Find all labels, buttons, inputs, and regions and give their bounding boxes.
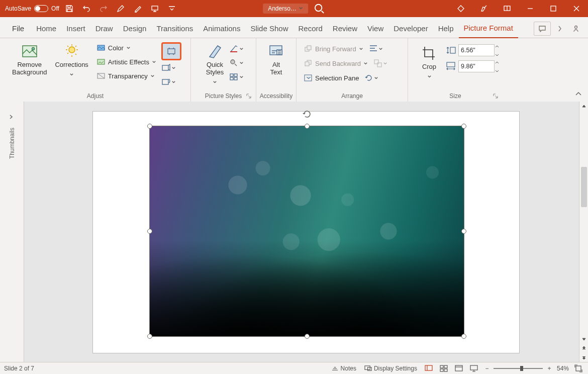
resize-handle-bl[interactable] xyxy=(147,334,152,339)
quick-styles-icon xyxy=(206,42,224,60)
spinner-arrows[interactable] xyxy=(495,45,501,57)
qat-highlighter-icon[interactable] xyxy=(131,2,145,16)
qat-present-icon[interactable] xyxy=(148,2,162,16)
normal-view-button[interactable] xyxy=(423,363,434,373)
quick-styles-button[interactable]: Quick Styles xyxy=(202,40,228,90)
slideshow-view-button[interactable] xyxy=(468,363,479,373)
zoom-value[interactable]: 54% xyxy=(557,365,569,372)
thumbnail-pane[interactable]: Thumbnails xyxy=(0,102,24,362)
group-button[interactable] xyxy=(373,57,388,70)
chevron-down-icon xyxy=(299,5,303,12)
tab-design[interactable]: Design xyxy=(118,20,152,38)
selection-pane-icon xyxy=(304,73,313,82)
tab-slide-show[interactable]: Slide Show xyxy=(245,20,293,38)
mic-icon[interactable] xyxy=(472,0,496,17)
search-button[interactable] xyxy=(313,3,325,15)
resize-handle-b[interactable] xyxy=(305,334,310,339)
selected-picture[interactable] xyxy=(149,126,464,337)
zoom-track[interactable] xyxy=(494,368,543,369)
vertical-scrollbar[interactable] xyxy=(579,102,588,362)
compress-pictures-button[interactable] xyxy=(161,42,181,60)
scroll-down-button[interactable] xyxy=(579,335,588,344)
tab-animations[interactable]: Animations xyxy=(198,20,245,38)
slide-indicator[interactable]: Slide 2 of 7 xyxy=(4,365,34,372)
remove-background-button[interactable]: Remove Background xyxy=(8,40,51,90)
share-button[interactable] xyxy=(569,22,583,36)
send-backward-button[interactable]: Send Backward xyxy=(301,57,371,70)
document-name[interactable]: Anderso… xyxy=(263,4,308,14)
qat-pen-icon[interactable] xyxy=(114,2,128,16)
shape-width-input[interactable]: 9.86" xyxy=(445,60,495,72)
align-button[interactable] xyxy=(368,42,383,55)
selection-pane-button[interactable]: Selection Pane xyxy=(301,71,362,84)
tab-help[interactable]: Help xyxy=(433,20,459,38)
undo-button[interactable] xyxy=(79,2,93,16)
autosave-toggle[interactable]: AutoSave Off xyxy=(5,5,59,12)
tab-view[interactable]: View xyxy=(362,20,388,38)
comments-button[interactable] xyxy=(534,22,551,36)
reset-picture-button[interactable] xyxy=(161,75,176,88)
slide[interactable] xyxy=(93,112,519,353)
slide-sorter-view-button[interactable] xyxy=(438,363,449,373)
minimize-button[interactable] xyxy=(519,0,542,17)
resize-handle-tr[interactable] xyxy=(461,124,466,129)
collab-nav-button[interactable] xyxy=(554,22,566,36)
notes-button[interactable]: Notes xyxy=(329,363,358,374)
tab-home[interactable]: Home xyxy=(31,20,61,38)
rotate-button[interactable] xyxy=(364,71,379,84)
redo-button[interactable] xyxy=(96,2,111,16)
rotate-handle[interactable] xyxy=(301,108,313,120)
reading-view-button[interactable] xyxy=(453,363,464,373)
zoom-thumb[interactable] xyxy=(520,366,523,371)
zoom-in-button[interactable]: + xyxy=(546,365,553,372)
expand-thumbnails-button[interactable] xyxy=(9,113,16,120)
alt-text-button[interactable]: Alt Text xyxy=(263,40,289,90)
resize-handle-t[interactable] xyxy=(305,124,310,129)
transparency-button[interactable]: Transparency xyxy=(93,69,159,82)
zoom-out-button[interactable]: − xyxy=(483,365,491,372)
resize-handle-r[interactable] xyxy=(461,229,466,234)
next-slide-button[interactable] xyxy=(579,353,588,362)
artistic-effects-button[interactable]: Artistic Effects xyxy=(93,55,159,68)
spinner-arrows[interactable] xyxy=(495,61,501,73)
tab-record[interactable]: Record xyxy=(293,20,327,38)
crop-button[interactable]: Crop xyxy=(416,42,442,90)
resize-handle-br[interactable] xyxy=(461,334,466,339)
maximize-button[interactable] xyxy=(542,0,565,17)
tab-draw[interactable]: Draw xyxy=(90,20,118,38)
fit-to-window-button[interactable] xyxy=(573,363,584,373)
collapse-ribbon-button[interactable] xyxy=(575,90,584,100)
width-icon xyxy=(445,62,456,71)
zoom-slider[interactable]: − + xyxy=(483,365,553,372)
scroll-up-button[interactable] xyxy=(579,102,588,111)
save-button[interactable] xyxy=(62,2,76,16)
picture-effects-button[interactable] xyxy=(229,56,244,69)
bring-forward-button[interactable]: Bring Forward xyxy=(301,42,366,55)
qat-customize-button[interactable] xyxy=(165,2,179,16)
group-launcher-picture-styles[interactable] xyxy=(246,93,253,100)
window-options-icon[interactable] xyxy=(496,0,519,17)
resize-handle-l[interactable] xyxy=(147,229,152,234)
group-launcher-size[interactable] xyxy=(493,93,500,100)
picture-layout-button[interactable] xyxy=(229,70,244,83)
tab-review[interactable]: Review xyxy=(328,20,362,38)
tab-transitions[interactable]: Transitions xyxy=(151,20,198,38)
svg-point-15 xyxy=(231,60,235,64)
tab-file[interactable]: File xyxy=(9,20,31,38)
tab-insert[interactable]: Insert xyxy=(61,20,90,38)
change-picture-button[interactable] xyxy=(161,61,176,74)
slide-canvas[interactable] xyxy=(24,102,588,362)
diamond-icon[interactable] xyxy=(449,0,472,17)
prev-slide-button[interactable] xyxy=(579,344,588,353)
scroll-thumb[interactable] xyxy=(581,167,587,207)
tab-picture-format[interactable]: Picture Format xyxy=(459,20,518,38)
corrections-button[interactable]: Corrections xyxy=(51,40,92,90)
close-button[interactable] xyxy=(565,0,588,17)
display-settings-button[interactable]: Display Settings xyxy=(362,363,419,374)
picture-border-button[interactable] xyxy=(229,42,244,55)
svg-rect-32 xyxy=(367,367,371,371)
color-button[interactable]: Color xyxy=(93,41,159,54)
tab-developer[interactable]: Developer xyxy=(388,20,433,38)
resize-handle-tl[interactable] xyxy=(147,124,152,129)
shape-height-input[interactable]: 6.56" xyxy=(445,44,495,56)
